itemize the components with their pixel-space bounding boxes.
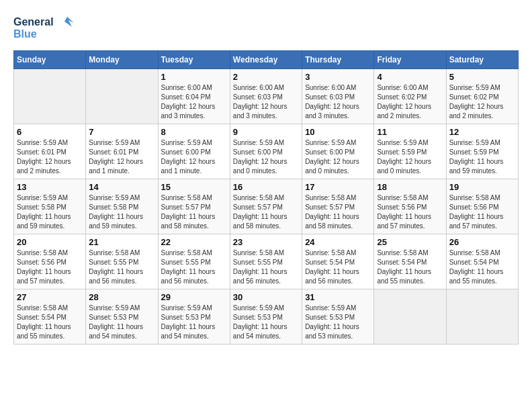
day-number: 2 xyxy=(233,72,299,82)
weekday-header: Friday xyxy=(374,51,446,69)
calendar-cell: 8Sunrise: 5:59 AMSunset: 6:00 PMDaylight… xyxy=(158,124,230,179)
day-number: 6 xyxy=(17,127,83,137)
calendar-cell: 21Sunrise: 5:58 AMSunset: 5:55 PMDayligh… xyxy=(86,234,158,289)
day-info: Sunrise: 6:00 AMSunset: 6:03 PMDaylight:… xyxy=(305,83,371,121)
weekday-header: Wednesday xyxy=(230,51,302,69)
day-number: 19 xyxy=(449,182,515,192)
weekday-header: Monday xyxy=(86,51,158,69)
day-number: 10 xyxy=(305,127,371,137)
calendar-cell: 6Sunrise: 5:59 AMSunset: 6:01 PMDaylight… xyxy=(14,124,86,179)
day-number: 7 xyxy=(89,127,154,137)
day-number: 14 xyxy=(89,182,154,192)
day-info: Sunrise: 5:59 AMSunset: 5:53 PMDaylight:… xyxy=(161,304,227,341)
day-number: 5 xyxy=(449,72,515,82)
calendar-cell: 25Sunrise: 5:58 AMSunset: 5:54 PMDayligh… xyxy=(374,234,446,289)
calendar-cell: 24Sunrise: 5:58 AMSunset: 5:54 PMDayligh… xyxy=(302,234,374,289)
day-number: 16 xyxy=(233,182,299,192)
day-info: Sunrise: 5:58 AMSunset: 5:54 PMDaylight:… xyxy=(17,304,83,341)
day-info: Sunrise: 5:58 AMSunset: 5:57 PMDaylight:… xyxy=(305,193,371,231)
day-info: Sunrise: 5:58 AMSunset: 5:54 PMDaylight:… xyxy=(377,248,443,286)
calendar-cell xyxy=(14,69,86,124)
calendar-cell: 26Sunrise: 5:58 AMSunset: 5:54 PMDayligh… xyxy=(446,234,518,289)
calendar-cell: 16Sunrise: 5:58 AMSunset: 5:57 PMDayligh… xyxy=(230,179,302,234)
day-info: Sunrise: 5:59 AMSunset: 6:01 PMDaylight:… xyxy=(89,138,154,176)
calendar-cell: 20Sunrise: 5:58 AMSunset: 5:56 PMDayligh… xyxy=(14,234,86,289)
calendar-cell: 2Sunrise: 6:00 AMSunset: 6:03 PMDaylight… xyxy=(230,69,302,124)
calendar-cell: 5Sunrise: 5:59 AMSunset: 6:02 PMDaylight… xyxy=(446,69,518,124)
svg-marker-2 xyxy=(64,17,74,27)
day-number: 24 xyxy=(305,237,371,247)
calendar-table: SundayMondayTuesdayWednesdayThursdayFrid… xyxy=(13,50,519,345)
day-info: Sunrise: 5:59 AMSunset: 6:02 PMDaylight:… xyxy=(449,83,515,121)
calendar-cell xyxy=(446,289,518,345)
day-info: Sunrise: 5:59 AMSunset: 5:58 PMDaylight:… xyxy=(89,193,154,231)
day-number: 12 xyxy=(449,127,515,137)
day-info: Sunrise: 5:59 AMSunset: 6:00 PMDaylight:… xyxy=(161,138,227,176)
weekday-header: Tuesday xyxy=(158,51,230,69)
day-number: 3 xyxy=(305,72,371,82)
calendar-cell: 29Sunrise: 5:59 AMSunset: 5:53 PMDayligh… xyxy=(158,289,230,345)
calendar-cell: 1Sunrise: 6:00 AMSunset: 6:04 PMDaylight… xyxy=(158,69,230,124)
calendar-header: SundayMondayTuesdayWednesdayThursdayFrid… xyxy=(14,51,519,69)
day-number: 25 xyxy=(377,237,443,247)
day-number: 9 xyxy=(233,127,299,137)
day-info: Sunrise: 5:58 AMSunset: 5:55 PMDaylight:… xyxy=(161,248,227,286)
day-number: 30 xyxy=(233,292,299,302)
day-info: Sunrise: 5:59 AMSunset: 5:53 PMDaylight:… xyxy=(305,304,371,341)
day-number: 15 xyxy=(161,182,227,192)
day-info: Sunrise: 5:58 AMSunset: 5:56 PMDaylight:… xyxy=(377,193,443,231)
page-header: General Blue xyxy=(13,13,519,44)
day-info: Sunrise: 5:58 AMSunset: 5:54 PMDaylight:… xyxy=(305,248,371,286)
calendar-cell: 30Sunrise: 5:59 AMSunset: 5:53 PMDayligh… xyxy=(230,289,302,345)
day-number: 31 xyxy=(305,292,371,302)
weekday-header: Saturday xyxy=(446,51,518,69)
calendar-cell: 27Sunrise: 5:58 AMSunset: 5:54 PMDayligh… xyxy=(14,289,86,345)
day-number: 11 xyxy=(377,127,443,137)
day-info: Sunrise: 5:58 AMSunset: 5:55 PMDaylight:… xyxy=(89,248,154,286)
day-info: Sunrise: 5:59 AMSunset: 5:59 PMDaylight:… xyxy=(449,138,515,176)
calendar-cell: 23Sunrise: 5:58 AMSunset: 5:55 PMDayligh… xyxy=(230,234,302,289)
day-number: 21 xyxy=(89,237,154,247)
calendar-cell: 9Sunrise: 5:59 AMSunset: 6:00 PMDaylight… xyxy=(230,124,302,179)
day-info: Sunrise: 5:59 AMSunset: 6:01 PMDaylight:… xyxy=(17,138,83,176)
calendar-cell: 4Sunrise: 6:00 AMSunset: 6:02 PMDaylight… xyxy=(374,69,446,124)
calendar-cell: 15Sunrise: 5:58 AMSunset: 5:57 PMDayligh… xyxy=(158,179,230,234)
day-number: 23 xyxy=(233,237,299,247)
day-info: Sunrise: 5:58 AMSunset: 5:55 PMDaylight:… xyxy=(233,248,299,286)
day-number: 26 xyxy=(449,237,515,247)
calendar-cell: 14Sunrise: 5:59 AMSunset: 5:58 PMDayligh… xyxy=(86,179,158,234)
day-number: 22 xyxy=(161,237,227,247)
day-info: Sunrise: 6:00 AMSunset: 6:04 PMDaylight:… xyxy=(161,83,227,121)
day-number: 1 xyxy=(161,72,227,82)
day-number: 28 xyxy=(89,292,154,302)
calendar-cell: 17Sunrise: 5:58 AMSunset: 5:57 PMDayligh… xyxy=(302,179,374,234)
day-info: Sunrise: 5:59 AMSunset: 5:53 PMDaylight:… xyxy=(233,304,299,341)
day-number: 29 xyxy=(161,292,227,302)
day-info: Sunrise: 5:58 AMSunset: 5:57 PMDaylight:… xyxy=(233,193,299,231)
calendar-cell: 11Sunrise: 5:59 AMSunset: 5:59 PMDayligh… xyxy=(374,124,446,179)
svg-text:General: General xyxy=(13,16,54,28)
day-info: Sunrise: 5:59 AMSunset: 5:59 PMDaylight:… xyxy=(377,138,443,176)
calendar-cell: 13Sunrise: 5:59 AMSunset: 5:58 PMDayligh… xyxy=(14,179,86,234)
day-number: 13 xyxy=(17,182,83,192)
calendar-cell xyxy=(374,289,446,345)
day-info: Sunrise: 5:59 AMSunset: 5:58 PMDaylight:… xyxy=(17,193,83,231)
day-number: 17 xyxy=(305,182,371,192)
calendar-cell: 3Sunrise: 6:00 AMSunset: 6:03 PMDaylight… xyxy=(302,69,374,124)
weekday-header: Sunday xyxy=(14,51,86,69)
calendar-cell: 7Sunrise: 5:59 AMSunset: 6:01 PMDaylight… xyxy=(86,124,158,179)
day-info: Sunrise: 5:59 AMSunset: 5:53 PMDaylight:… xyxy=(89,304,154,341)
calendar-cell: 22Sunrise: 5:58 AMSunset: 5:55 PMDayligh… xyxy=(158,234,230,289)
day-info: Sunrise: 5:58 AMSunset: 5:56 PMDaylight:… xyxy=(17,248,83,286)
day-number: 27 xyxy=(17,292,83,302)
calendar-cell: 12Sunrise: 5:59 AMSunset: 5:59 PMDayligh… xyxy=(446,124,518,179)
day-info: Sunrise: 5:58 AMSunset: 5:56 PMDaylight:… xyxy=(449,193,515,231)
calendar-cell: 10Sunrise: 5:59 AMSunset: 6:00 PMDayligh… xyxy=(302,124,374,179)
calendar-cell: 18Sunrise: 5:58 AMSunset: 5:56 PMDayligh… xyxy=(374,179,446,234)
calendar-cell: 19Sunrise: 5:58 AMSunset: 5:56 PMDayligh… xyxy=(446,179,518,234)
day-number: 20 xyxy=(17,237,83,247)
day-info: Sunrise: 6:00 AMSunset: 6:02 PMDaylight:… xyxy=(377,83,443,121)
calendar-cell xyxy=(86,69,158,124)
calendar-cell: 31Sunrise: 5:59 AMSunset: 5:53 PMDayligh… xyxy=(302,289,374,345)
svg-text:Blue: Blue xyxy=(13,28,37,40)
